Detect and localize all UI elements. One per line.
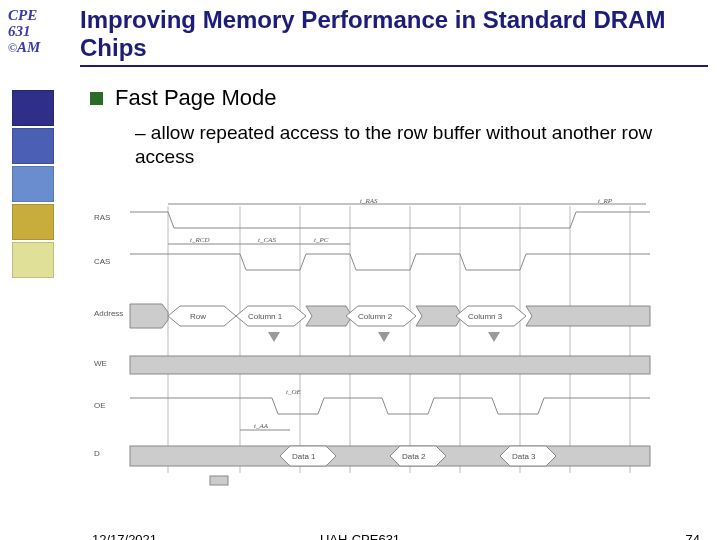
timing-label: t_AA	[254, 422, 269, 430]
timing-label: t_RCD	[190, 236, 209, 244]
sub-bullet-text: allow repeated access to the row buffer …	[135, 121, 678, 169]
signal-label: RAS	[94, 213, 110, 222]
bus-label: Column 3	[468, 312, 503, 321]
bullet-text: Fast Page Mode	[115, 85, 276, 111]
data-label: Data 2	[402, 452, 426, 461]
timing-label: t_RP	[598, 198, 613, 205]
bullet-item: Fast Page Mode	[90, 85, 708, 111]
slide: CPE 631 AM Improving Memory Performance …	[0, 0, 720, 540]
timing-label: t_OE	[286, 388, 302, 396]
logo-line1: CPE	[8, 8, 58, 24]
footer-center: UAH-CPE631	[0, 532, 720, 540]
bus-label: Column 2	[358, 312, 393, 321]
svg-rect-25	[130, 356, 650, 374]
logo-line3: AM	[8, 40, 58, 56]
timing-label: t_RAS	[360, 198, 378, 205]
signal-label: OE	[94, 401, 106, 410]
data-label: Data 3	[512, 452, 536, 461]
timing-diagram: RAS CAS Address WE OE D t_RAS t_R	[90, 198, 666, 488]
svg-marker-24	[488, 332, 500, 342]
svg-rect-31	[210, 476, 228, 485]
signal-label: D	[94, 449, 100, 458]
square-icon	[12, 128, 54, 164]
data-label: Data 1	[292, 452, 316, 461]
signal-label: CAS	[94, 257, 110, 266]
svg-marker-23	[378, 332, 390, 342]
svg-marker-19	[416, 306, 462, 326]
svg-marker-21	[526, 306, 650, 326]
square-icon	[12, 242, 54, 278]
signal-label: Address	[94, 309, 123, 318]
course-logo: CPE 631 AM	[8, 8, 58, 55]
decorative-squares	[12, 90, 56, 280]
signal-label: WE	[94, 359, 107, 368]
timing-label: t_PC	[314, 236, 329, 244]
footer-page: 74	[686, 532, 700, 540]
bus-label: Row	[190, 312, 206, 321]
bullet-marker-icon	[90, 92, 103, 105]
sidebar: CPE 631 AM	[0, 0, 72, 540]
content-area: Improving Memory Performance in Standard…	[80, 6, 708, 169]
svg-marker-22	[268, 332, 280, 342]
bus-label: Column 1	[248, 312, 283, 321]
square-icon	[12, 204, 54, 240]
timing-label: t_CAS	[258, 236, 276, 244]
square-icon	[12, 90, 54, 126]
svg-marker-17	[306, 306, 352, 326]
slide-title: Improving Memory Performance in Standard…	[80, 6, 708, 67]
svg-marker-14	[130, 304, 168, 328]
square-icon	[12, 166, 54, 202]
logo-line2: 631	[8, 24, 58, 40]
